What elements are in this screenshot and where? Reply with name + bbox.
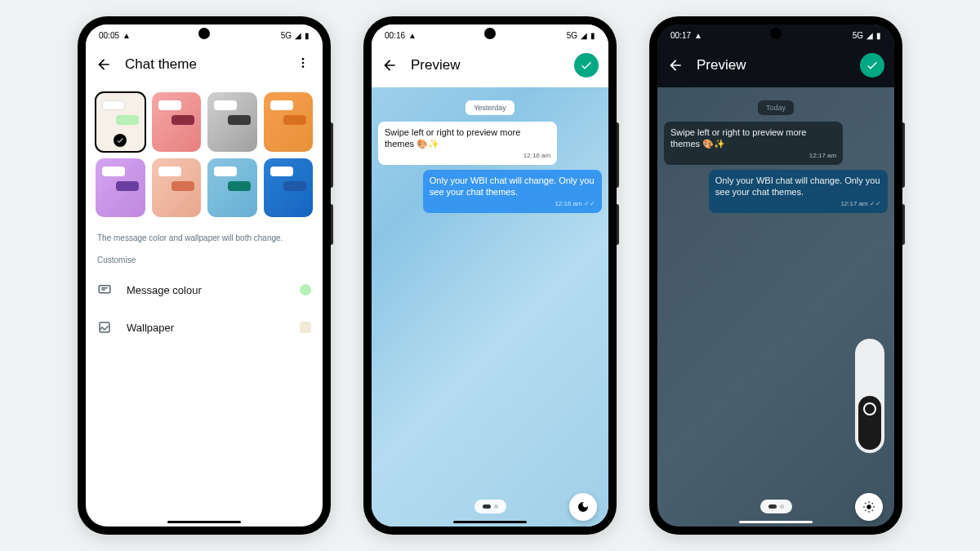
app-bar: Preview <box>657 43 894 87</box>
svg-rect-4 <box>100 322 109 332</box>
notification-icon: ▲ <box>408 31 416 40</box>
check-icon <box>114 134 127 147</box>
volume-button[interactable] <box>331 122 333 188</box>
phone-frame-3: 00:17 ▲ 5G ◢ ▮ Preview Today S <box>649 16 902 535</box>
back-icon[interactable] <box>667 57 684 73</box>
light-mode-toggle[interactable] <box>855 493 883 521</box>
status-time: 00:17 <box>670 31 691 40</box>
theme-tile-1[interactable] <box>96 92 145 152</box>
svg-point-0 <box>302 58 305 60</box>
network-label: 5G <box>281 31 292 40</box>
message-colour-item[interactable]: Message colour <box>86 271 323 309</box>
page-title: Preview <box>697 57 847 73</box>
page-title: Chat theme <box>125 56 280 73</box>
phone-frame-2: 00:16 ▲ 5G ◢ ▮ Preview Yesterday <box>363 16 617 535</box>
power-button[interactable] <box>902 204 905 245</box>
moon-icon <box>577 500 590 513</box>
network-label: 5G <box>567 31 577 40</box>
customise-label: Customise <box>86 249 323 271</box>
screen-preview-dark: 00:17 ▲ 5G ◢ ▮ Preview Today S <box>657 24 894 527</box>
phone-frame-1: 00:05 ▲ 5G ◢ ▮ Chat theme <box>78 16 331 535</box>
theme-grid <box>86 86 323 224</box>
volume-button[interactable] <box>617 122 619 188</box>
sun-icon <box>862 500 875 513</box>
page-indicator <box>474 500 506 513</box>
camera-hole <box>198 28 210 39</box>
screen-preview-light: 00:16 ▲ 5G ◢ ▮ Preview Yesterday <box>372 24 608 527</box>
app-bar: Preview <box>372 43 608 87</box>
nav-bar[interactable] <box>453 521 527 523</box>
theme-tile-2[interactable] <box>152 92 202 152</box>
svg-point-5 <box>866 504 871 509</box>
power-button[interactable] <box>617 204 619 245</box>
date-chip: Yesterday <box>466 100 514 115</box>
message-text: Swipe left or right to preview more them… <box>670 127 806 149</box>
camera-hole <box>770 28 782 39</box>
message-time: 12:17 am <box>670 152 836 160</box>
svg-point-1 <box>302 62 305 64</box>
wallpaper-item[interactable]: Wallpaper <box>86 309 323 346</box>
check-icon <box>866 59 879 72</box>
status-time: 00:16 <box>385 31 405 40</box>
theme-tile-8[interactable] <box>264 158 314 218</box>
page-title: Preview <box>411 57 561 73</box>
notification-icon: ▲ <box>694 31 702 40</box>
date-chip: Today <box>758 100 794 115</box>
message-colour-label: Message colour <box>127 284 285 296</box>
bottom-controls <box>657 500 894 513</box>
back-icon[interactable] <box>381 57 398 73</box>
power-button[interactable] <box>331 204 333 245</box>
wallpaper-dimmer-slider[interactable] <box>855 339 884 453</box>
wallpaper-label: Wallpaper <box>127 322 285 334</box>
back-icon[interactable] <box>96 56 112 73</box>
message-time: 12:16 am <box>385 152 550 160</box>
network-label: 5G <box>853 31 863 40</box>
nav-bar[interactable] <box>739 521 813 523</box>
message-incoming: Swipe left or right to preview more them… <box>664 122 843 165</box>
signal-icon: ◢ <box>295 31 301 40</box>
volume-button[interactable] <box>902 122 905 188</box>
wallpaper-icon <box>97 320 112 335</box>
page-dot <box>494 504 498 509</box>
bottom-controls <box>372 500 608 513</box>
signal-icon: ◢ <box>581 31 587 40</box>
theme-tile-7[interactable] <box>207 158 257 218</box>
battery-icon: ▮ <box>590 31 595 40</box>
message-text: Only your WBI chat will change. Only you… <box>715 176 880 197</box>
theme-tile-5[interactable] <box>96 158 145 218</box>
theme-tile-4[interactable] <box>264 92 314 152</box>
battery-icon: ▮ <box>305 31 310 40</box>
message-outgoing: Only your WBI chat will change. Only you… <box>423 170 602 213</box>
page-dot-active <box>483 504 491 509</box>
chat-content: Yesterday Swipe left or right to preview… <box>372 87 608 527</box>
svg-point-2 <box>302 65 305 68</box>
page-indicator <box>760 500 792 513</box>
info-text: The message color and wallpaper will bot… <box>86 224 323 249</box>
status-time: 00:05 <box>99 31 119 40</box>
message-time: 12:16 am ✓✓ <box>430 200 595 208</box>
confirm-button[interactable] <box>574 53 599 78</box>
wallpaper-swatch <box>300 322 311 333</box>
message-time: 12:17 am ✓✓ <box>715 200 881 208</box>
check-icon <box>580 59 593 72</box>
confirm-button[interactable] <box>860 53 884 78</box>
theme-tile-3[interactable] <box>207 92 257 152</box>
dark-mode-toggle[interactable] <box>569 493 597 521</box>
message-incoming: Swipe left or right to preview more them… <box>378 122 557 165</box>
message-colour-swatch <box>300 284 311 295</box>
nav-bar[interactable] <box>167 521 241 523</box>
chat-content: Today Swipe left or right to preview mor… <box>657 87 894 527</box>
signal-icon: ◢ <box>866 31 873 40</box>
battery-icon: ▮ <box>876 31 881 40</box>
page-dot <box>780 504 784 509</box>
theme-tile-6[interactable] <box>152 158 202 218</box>
notification-icon: ▲ <box>122 31 131 40</box>
message-outgoing: Only your WBI chat will change. Only you… <box>709 170 888 213</box>
screen-chat-theme: 00:05 ▲ 5G ◢ ▮ Chat theme <box>86 24 323 527</box>
page-dot-active <box>768 504 777 509</box>
message-text: Swipe left or right to preview more them… <box>385 127 520 149</box>
dimmer-fill <box>858 396 881 450</box>
message-icon <box>97 282 112 297</box>
message-text: Only your WBI chat will change. Only you… <box>430 176 595 197</box>
more-icon[interactable] <box>293 53 313 76</box>
